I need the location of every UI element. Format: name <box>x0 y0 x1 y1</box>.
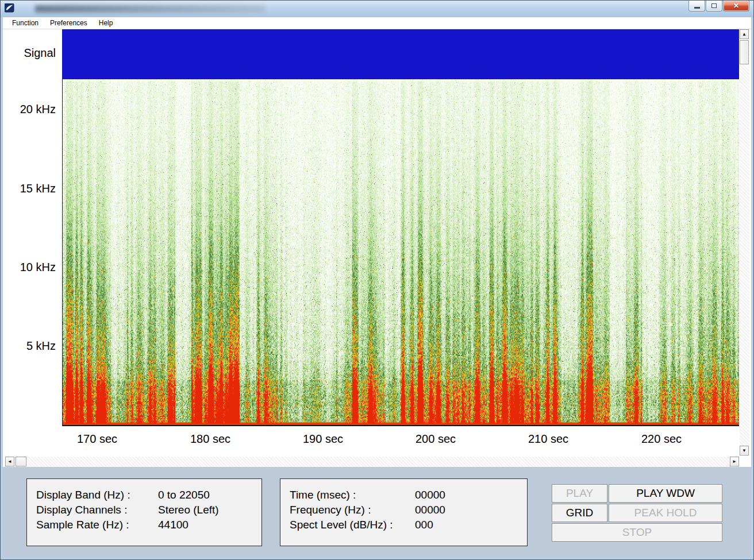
scroll-right-button[interactable]: ► <box>730 457 739 466</box>
minimize-icon <box>694 7 700 9</box>
time-row: Time (msec) : 00000 <box>290 489 527 504</box>
menu-function[interactable]: Function <box>6 18 44 28</box>
scroll-down-icon: ▼ <box>742 448 747 453</box>
xlabel-220sec: 220 sec <box>624 432 699 446</box>
cursor-readout-panel: Time (msec) : 00000 Frequency (Hz) : 000… <box>280 478 528 546</box>
display-band-value: 0 to 22050 <box>158 489 210 504</box>
scroll-left-button[interactable]: ◄ <box>5 457 14 466</box>
xlabel-170sec: 170 sec <box>60 432 134 446</box>
scroll-left-icon: ◄ <box>7 459 12 464</box>
window-controls: ✕ <box>688 1 749 11</box>
frequency-value: 00000 <box>415 504 445 519</box>
display-channels-row: Display Channels : Stereo (Left) <box>36 504 261 519</box>
spect-level-label: Spect Level (dB/Hz) : <box>290 519 415 534</box>
maximize-button[interactable] <box>706 1 722 11</box>
menu-help[interactable]: Help <box>93 18 119 28</box>
menu-preferences[interactable]: Preferences <box>44 18 93 28</box>
play-wdw-button[interactable]: PLAY WDW <box>609 484 722 503</box>
xlabel-200sec: 200 sec <box>398 432 473 446</box>
vertical-scrollbar[interactable]: ▲ ▼ <box>740 29 749 455</box>
display-band-label: Display Band (Hz) : <box>36 489 158 504</box>
spectrogram-display[interactable] <box>63 79 739 425</box>
bottom-panel-area: Display Band (Hz) : 0 to 22050 Display C… <box>3 467 751 557</box>
display-band-row: Display Band (Hz) : 0 to 22050 <box>36 489 261 504</box>
play-button[interactable]: PLAY <box>552 484 607 503</box>
scroll-up-icon: ▲ <box>742 32 747 37</box>
frequency-row: Frequency (Hz) : 00000 <box>290 504 527 519</box>
transport-controls: PLAY PLAY WDW GRID PEAK HOLD STOP <box>552 484 722 542</box>
display-channels-label: Display Channels : <box>36 504 158 519</box>
ylabel-5khz: 5 kHz <box>3 339 56 354</box>
plot-region <box>62 29 739 426</box>
ylabel-15khz: 15 kHz <box>3 182 56 197</box>
ylabel-20khz: 20 kHz <box>3 103 56 118</box>
maximize-icon <box>711 3 717 8</box>
close-icon: ✕ <box>733 2 739 10</box>
minimize-button[interactable] <box>688 1 705 11</box>
sample-rate-label: Sample Rate (Hz) : <box>36 519 158 534</box>
ylabel-signal: Signal <box>3 47 56 61</box>
sample-rate-value: 44100 <box>158 519 188 534</box>
spect-level-value: 000 <box>415 519 433 534</box>
horizontal-scroll-thumb[interactable] <box>16 457 26 466</box>
stop-button[interactable]: STOP <box>552 523 722 542</box>
close-button[interactable]: ✕ <box>723 1 749 11</box>
vertical-scroll-thumb[interactable] <box>740 40 749 64</box>
xlabel-180sec: 180 sec <box>173 432 248 446</box>
display-info-panel: Display Band (Hz) : 0 to 22050 Display C… <box>26 478 262 546</box>
scroll-down-button[interactable]: ▼ <box>740 446 749 455</box>
xlabel-210sec: 210 sec <box>511 432 586 446</box>
scroll-up-button[interactable]: ▲ <box>740 29 749 39</box>
sample-rate-row: Sample Rate (Hz) : 44100 <box>36 519 261 534</box>
plot-client-area: Signal 20 kHz 15 kHz 10 kHz 5 kHz 170 se… <box>3 29 751 467</box>
menu-bar: Function Preferences Help <box>3 17 751 29</box>
grid-button[interactable]: GRID <box>552 504 607 522</box>
spect-level-row: Spect Level (dB/Hz) : 000 <box>290 519 527 534</box>
frequency-label: Frequency (Hz) : <box>290 504 415 519</box>
app-window: ✕ Function Preferences Help Signal 20 kH… <box>0 0 754 560</box>
window-title-redacted <box>35 5 265 13</box>
horizontal-scrollbar[interactable]: ◄ ► <box>5 457 739 467</box>
signal-display[interactable] <box>62 29 739 79</box>
xlabel-190sec: 190 sec <box>286 432 360 446</box>
app-icon[interactable] <box>5 3 15 13</box>
ylabel-10khz: 10 kHz <box>3 261 56 276</box>
time-value: 00000 <box>415 489 445 504</box>
titlebar[interactable]: ✕ <box>1 1 753 17</box>
spectrogram-frame <box>62 79 739 426</box>
display-channels-value: Stereo (Left) <box>158 504 219 519</box>
time-label: Time (msec) : <box>290 489 415 504</box>
peak-hold-button[interactable]: PEAK HOLD <box>609 504 722 522</box>
scroll-right-icon: ► <box>732 459 737 464</box>
